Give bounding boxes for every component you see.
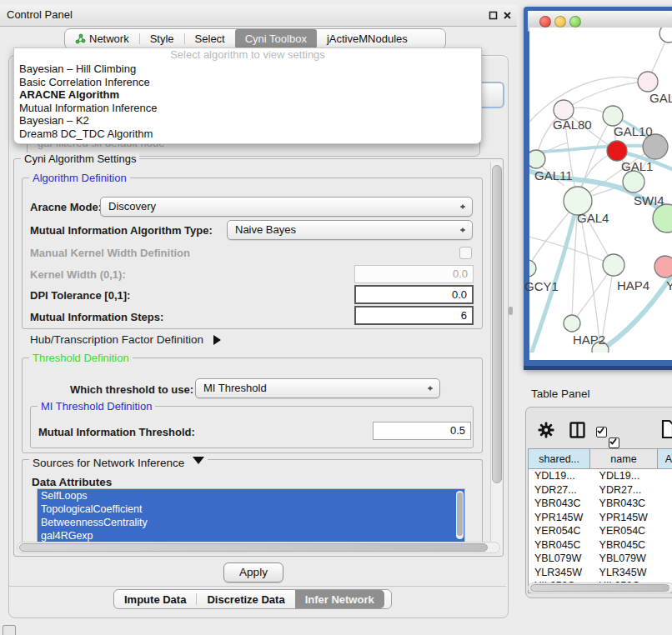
algorithm-item[interactable]: Dream8 DC_TDC Algorithm: [14, 128, 481, 141]
tab-network[interactable]: Network: [65, 29, 139, 48]
node-gal[interactable]: [638, 72, 658, 92]
node-label: GAL4: [577, 211, 609, 225]
tab-select[interactable]: Select: [185, 29, 235, 48]
table-hscrollbar-track[interactable]: [528, 582, 672, 593]
splitpane-handle-icon[interactable]: [509, 307, 513, 315]
checkbox-checked-icon[interactable]: [609, 438, 619, 448]
control-panel-titlebar: Control Panel: [0, 5, 517, 27]
network-graph[interactable]: [529, 28, 672, 352]
node-label: GCY1: [524, 279, 559, 293]
gear-icon[interactable]: [538, 422, 554, 438]
tab-style[interactable]: Style: [140, 29, 184, 48]
zoom-traffic-light-icon[interactable]: [569, 16, 581, 28]
node-gcy1[interactable]: [529, 260, 536, 277]
tab-impute-data[interactable]: Impute Data: [114, 590, 196, 608]
cyni-settings-group-title: Cyni Algorithm Settings: [21, 152, 139, 165]
hub-definition-label: Hub/Transcription Factor Definition: [30, 333, 203, 346]
tab-jactivemnodules[interactable]: jActiveMNodules: [317, 29, 418, 48]
node-gal10[interactable]: [603, 106, 623, 126]
node-label: HAP2: [573, 332, 605, 347]
algorithm-item[interactable]: Basic Correlation Inference: [14, 76, 481, 89]
settings-scrollbar-track[interactable]: [490, 162, 502, 552]
node-hap4[interactable]: [603, 254, 624, 276]
sources-group-title: Sources for Network Inference: [29, 453, 208, 469]
hub-definition-toggle[interactable]: Hub/Transcription Factor Definition: [30, 333, 226, 346]
table-row[interactable]: YBL079WYBL079W: [529, 552, 672, 566]
node-label: GAL10: [614, 124, 653, 138]
table-row[interactable]: YPR145WYPR145W9.: [529, 511, 672, 525]
algorithm-definition-title: Algorithm Definition: [29, 172, 130, 184]
mi-threshold-field[interactable]: 0.5: [373, 422, 471, 440]
table-row[interactable]: YDL19...YDL19...13: [529, 469, 672, 483]
manual-kernel-checkbox[interactable]: [459, 247, 472, 259]
list-item[interactable]: gal4RGexp: [38, 529, 464, 542]
tab-discretize-data[interactable]: Discretize Data: [197, 590, 294, 608]
table-row[interactable]: YLR345WYLR345W9.: [529, 566, 672, 580]
spinner-arrows-icon: [459, 224, 466, 236]
apply-button[interactable]: Apply: [223, 562, 283, 582]
table-rows: YDL19...YDL19...13 YDR27...YDR27...12 YB…: [529, 469, 672, 593]
mi-threshold-label: Mutual Information Threshold:: [38, 426, 195, 438]
close-traffic-light-icon[interactable]: [539, 16, 551, 28]
settings-scrollbar-thumb[interactable]: [492, 165, 502, 483]
tab-select-label: Select: [195, 32, 225, 45]
collapse-right-icon: [213, 335, 226, 345]
tab-style-label: Style: [150, 32, 174, 45]
algorithm-item[interactable]: Bayesian – K2: [14, 114, 481, 128]
minimize-traffic-light-icon[interactable]: [554, 16, 566, 28]
column-header-partial[interactable]: A: [658, 449, 672, 469]
network-frame-bottom: [524, 366, 672, 370]
node-label: GAL80: [553, 118, 592, 132]
column-header-name[interactable]: name: [590, 449, 657, 469]
kernel-width-label: Kernel Width (0,1):: [30, 268, 126, 281]
settings-hscrollbar-track[interactable]: [17, 542, 500, 553]
list-item[interactable]: TopologicalCoefficient: [38, 502, 464, 516]
table-row[interactable]: YDR27...YDR27...12: [529, 483, 672, 498]
tab-cyni-toolbox[interactable]: Cyni Toolbox: [235, 29, 317, 48]
table-row[interactable]: YBR045CYBR045C9.: [529, 538, 672, 552]
list-item[interactable]: BetweennessCentrality: [38, 516, 464, 529]
tab-infer-network[interactable]: Infer Network: [295, 590, 384, 608]
manual-kernel-label: Manual Kernel Width Definition: [30, 247, 190, 259]
algorithm-item[interactable]: Bayesian – Hill Climbing: [14, 62, 481, 76]
which-threshold-value: MI Threshold: [203, 382, 267, 394]
algorithm-item[interactable]: Mutual Information Inference: [14, 102, 481, 115]
algorithm-item-selected[interactable]: ARACNE Algorithm: [14, 88, 481, 102]
node-hap2[interactable]: [564, 315, 580, 332]
table-row[interactable]: YER054CYER054C8.: [529, 524, 672, 538]
bottom-tabbar: Impute Data Discretize Data Infer Networ…: [113, 589, 392, 609]
node-gal1[interactable]: [623, 171, 644, 192]
aracne-mode-label: Aracne Mode:: [30, 201, 102, 213]
float-icon[interactable]: [489, 11, 498, 20]
which-threshold-combobox[interactable]: MI Threshold: [195, 378, 440, 398]
split-columns-icon[interactable]: [569, 422, 585, 438]
spinner-arrows-icon: [427, 382, 434, 394]
node[interactable]: [659, 28, 672, 42]
list-scrollbar-track[interactable]: [456, 491, 464, 539]
mi-type-combobox[interactable]: Naive Bayes: [227, 220, 473, 240]
table-header-row: shared... name A: [529, 449, 672, 469]
mi-steps-field[interactable]: 6: [354, 306, 474, 325]
spinner-arrows-icon: [459, 201, 466, 212]
sources-title-text: Sources for Network Inference: [33, 457, 184, 469]
node-pink[interactable]: [654, 256, 672, 278]
close-icon[interactable]: [503, 11, 512, 20]
table-file-icon[interactable]: [661, 419, 672, 439]
settings-hscrollbar-thumb[interactable]: [19, 543, 488, 552]
collapse-down-icon[interactable]: [193, 457, 204, 470]
column-header-shared-name[interactable]: shared...: [529, 449, 590, 469]
list-scrollbar-thumb[interactable]: [457, 492, 463, 536]
node-red-selected[interactable]: [607, 141, 627, 161]
collapsed-panel-icon[interactable]: [3, 625, 16, 635]
tab-discretize-data-label: Discretize Data: [207, 593, 284, 606]
table-row[interactable]: YBR043CYBR043C: [529, 497, 672, 511]
aracne-mode-combobox[interactable]: Discovery: [100, 197, 473, 217]
table-hscrollbar-thumb[interactable]: [530, 584, 669, 592]
checkbox-checked-icon[interactable]: [596, 427, 607, 438]
node-gal11[interactable]: [529, 150, 545, 168]
dpi-tolerance-field[interactable]: 0.0: [354, 285, 474, 304]
kernel-width-field[interactable]: 0.0: [354, 265, 474, 283]
node-label: Y: [666, 278, 672, 292]
list-item[interactable]: SelfLoops: [38, 489, 464, 502]
tab-network-label: Network: [89, 32, 129, 45]
